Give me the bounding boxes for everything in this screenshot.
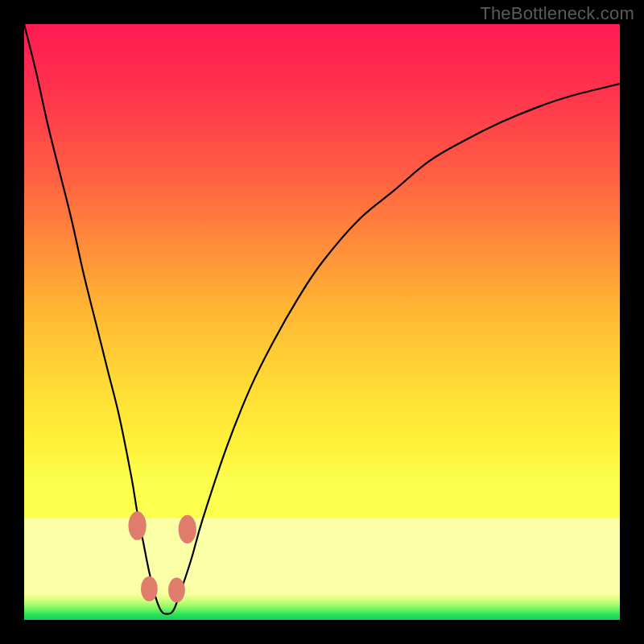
bottleneck-curve: [24, 24, 620, 614]
plot-area: [24, 24, 620, 620]
curve-beads: [129, 511, 196, 602]
chart-stage: TheBottleneck.com: [0, 0, 644, 644]
bead-left-upper: [129, 511, 147, 540]
watermark-text: TheBottleneck.com: [480, 3, 634, 24]
curve-layer: [24, 24, 620, 620]
bead-right-lower: [168, 577, 185, 602]
bead-right-upper: [179, 515, 196, 544]
bead-left-lower: [141, 576, 158, 601]
